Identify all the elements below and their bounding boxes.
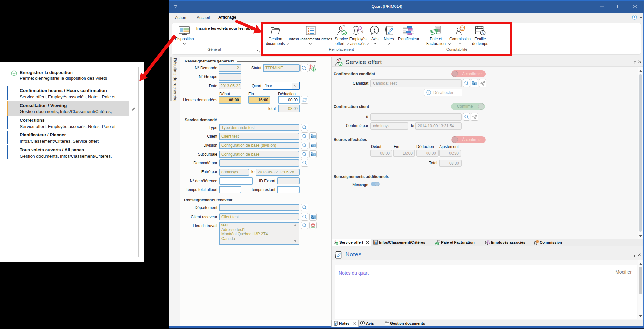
svg-text:$: $ <box>313 68 314 71</box>
svg-text:$: $ <box>310 65 311 68</box>
svg-text:?: ? <box>634 15 636 19</box>
